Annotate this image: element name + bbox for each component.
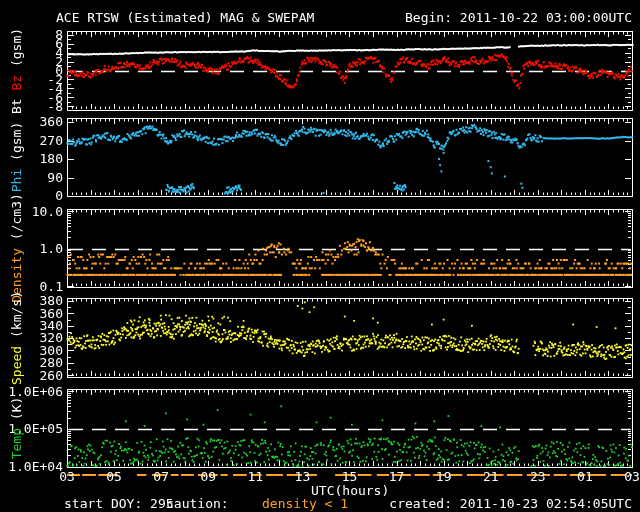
created-timestamp: created: 2011-10-23 02:54:05UTC [389, 497, 632, 510]
x-tick-label: 13 [295, 470, 311, 483]
panel-ylabel-part: Phi [9, 169, 24, 192]
panel-ylabel-density: Density (/cm3) [10, 193, 23, 303]
plot-title: ACE RTSW (Estimated) MAG & SWEPAM [56, 11, 314, 24]
ace-rtsw-plot: ACE RTSW (Estimated) MAG & SWEPAM Begin:… [0, 0, 640, 512]
panel-ylabel-part: Temp [9, 428, 24, 459]
panel-ylabel-part: (/cm3) [9, 193, 24, 248]
panel-ylabel-speed: Speed (km/s) [10, 291, 23, 385]
x-tick-label: 07 [153, 470, 169, 483]
panel-ylabel-phi: Phi (gsm) [10, 122, 23, 192]
x-tick-label: 03 [624, 470, 640, 483]
caution-value: density < 1 [262, 497, 348, 510]
caution-label: caution: [166, 497, 229, 510]
x-tick-label: 11 [248, 470, 264, 483]
begin-timestamp: Begin: 2011-10-22 03:00:00UTC [405, 11, 632, 24]
panel-ylabel-part: Bt [9, 90, 24, 113]
x-tick-label: 03 [59, 470, 75, 483]
panel-ylabel-part: (gsm) [9, 27, 24, 74]
panel-ylabel-bt-bz: Bt Bz (gsm) [10, 27, 23, 113]
panel-ylabel-part: (km/s) [9, 291, 24, 346]
panel-ylabel-part: (gsm) [9, 122, 24, 169]
start-doy-label: start DOY: 295 [64, 497, 174, 510]
x-tick-label: 15 [342, 470, 358, 483]
x-tick-label: 23 [530, 470, 546, 483]
x-tick-label: 01 [577, 470, 593, 483]
panel-ylabel-temp: Temp (K) [10, 397, 23, 460]
x-tick-label: 21 [483, 470, 499, 483]
plot-canvas [0, 0, 640, 512]
panel-ylabel-part: (K) [9, 397, 24, 428]
x-tick-label: 09 [200, 470, 216, 483]
x-tick-label: 05 [106, 470, 122, 483]
x-tick-label: 19 [436, 470, 452, 483]
panel-ylabel-part: Bz [9, 74, 24, 90]
x-tick-label: 17 [389, 470, 405, 483]
panel-ylabel-part: Speed [9, 345, 24, 384]
